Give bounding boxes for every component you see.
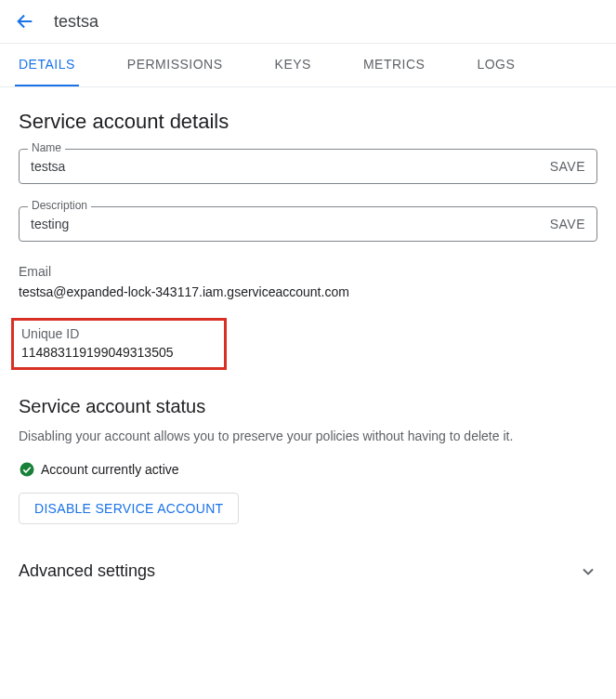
content-area: Service account details Name testsa SAVE… (0, 87, 616, 603)
tab-details[interactable]: DETAILS (15, 44, 79, 86)
check-circle-icon (19, 461, 35, 478)
page-header: testsa (0, 0, 616, 44)
tab-permissions[interactable]: PERMISSIONS (124, 44, 227, 86)
tab-metrics[interactable]: METRICS (360, 44, 429, 86)
name-value: testsa (31, 159, 550, 174)
status-description: Disabling your account allows you to pre… (19, 427, 597, 446)
status-indicator: Account currently active (19, 461, 597, 478)
svg-point-1 (20, 463, 34, 477)
name-label: Name (28, 141, 65, 154)
tab-keys[interactable]: KEYS (271, 44, 315, 86)
status-section: Service account status Disabling your ac… (19, 396, 597, 524)
details-section-title: Service account details (19, 110, 597, 134)
advanced-settings-title: Advanced settings (19, 561, 155, 581)
description-field[interactable]: testing SAVE (19, 206, 597, 242)
disable-service-account-button[interactable]: DISABLE SERVICE ACCOUNT (19, 493, 239, 524)
email-label: Email (19, 264, 597, 279)
description-field-wrapper: Description testing SAVE (19, 206, 597, 242)
advanced-settings-toggle[interactable]: Advanced settings (19, 561, 597, 581)
page-title: testsa (54, 12, 98, 32)
unique-id-label: Unique ID (21, 326, 216, 341)
name-save-button[interactable]: SAVE (550, 159, 585, 174)
name-field-wrapper: Name testsa SAVE (19, 149, 597, 184)
description-value: testing (31, 217, 550, 231)
tab-logs[interactable]: LOGS (473, 44, 518, 86)
email-value: testsa@expanded-lock-343117.iam.gservice… (19, 284, 597, 299)
status-active-text: Account currently active (41, 462, 179, 477)
unique-id-value: 114883119199049313505 (21, 345, 216, 360)
tabs-bar: DETAILS PERMISSIONS KEYS METRICS LOGS (0, 44, 616, 87)
email-field: Email testsa@expanded-lock-343117.iam.gs… (19, 264, 597, 299)
unique-id-highlight: Unique ID 114883119199049313505 (11, 318, 227, 370)
chevron-down-icon (579, 562, 597, 581)
description-save-button[interactable]: SAVE (550, 217, 585, 231)
description-label: Description (28, 199, 91, 212)
status-title: Service account status (19, 396, 597, 417)
back-arrow-icon[interactable] (15, 11, 35, 32)
name-field[interactable]: testsa SAVE (19, 149, 597, 184)
